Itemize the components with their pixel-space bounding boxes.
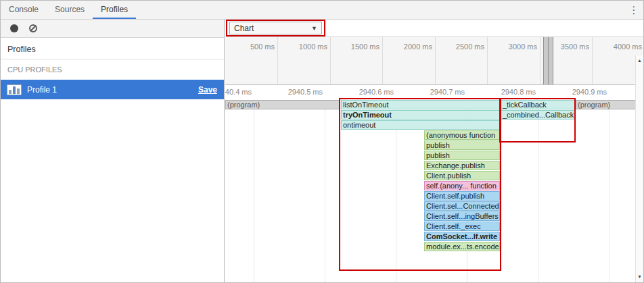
tab-sources[interactable]: Sources [47, 1, 93, 19]
timeline-overview[interactable]: 500 ms1000 ms1500 ms2000 ms2500 ms3000 m… [225, 36, 643, 85]
cpu-profiles-heading: CPU PROFILES [1, 59, 224, 80]
ruler-tick-label: 2940.5 ms [288, 88, 323, 96]
record-icon[interactable] [10, 24, 18, 32]
devtools-window: ConsoleSourcesProfiles ⋮ Profiles CPU PR… [0, 0, 644, 283]
overview-tick-label: 4000 ms [614, 43, 642, 51]
chevron-down-icon: ▼ [311, 25, 317, 32]
tab-strip: ConsoleSourcesProfiles [1, 1, 136, 19]
view-mode-value: Chart [234, 24, 254, 33]
overview-window-handle[interactable] [543, 37, 553, 84]
flame-frame[interactable]: module.ex...ts.encode [424, 242, 500, 251]
tab-profiles[interactable]: Profiles [93, 1, 136, 19]
scroll-down-icon[interactable]: ▼ [636, 273, 643, 281]
ruler-tick-label: 2940.7 ms [430, 88, 465, 96]
save-link[interactable]: Save [198, 85, 217, 95]
flamechart-time-ruler: 2940.4 ms2940.5 ms2940.6 ms2940.7 ms2940… [225, 85, 643, 99]
flamechart-gridline [254, 99, 254, 282]
flamechart-canvas[interactable]: (program)listOnTimeout_tickCallback(prog… [225, 99, 643, 282]
ruler-tick-label: 2940.6 ms [359, 88, 394, 96]
overview-tick-label: 1500 ms [351, 43, 380, 51]
sidebar-item-profile-1[interactable]: Profile 1 Save [1, 80, 224, 99]
flame-frame[interactable]: Client.self._exec [424, 222, 500, 231]
flame-frame[interactable]: (anonymous function [424, 130, 500, 140]
profile-icon [7, 84, 22, 95]
overview-gridline [277, 37, 278, 84]
flamechart-gridline [325, 99, 325, 282]
flame-frame[interactable]: Client.self.publish [424, 191, 500, 201]
clear-icon[interactable] [29, 24, 37, 32]
flame-frame[interactable]: (program) [576, 100, 637, 109]
scroll-up-icon[interactable]: ▲ [636, 57, 643, 65]
overview-tick-label: 500 ms [250, 43, 275, 51]
overview-gridline [487, 37, 488, 84]
flamechart-gridline [538, 99, 538, 282]
flamechart-gridline [609, 99, 610, 282]
profile-chart-panel: Chart ▼ 500 ms1000 ms1500 ms2000 ms2500 … [225, 20, 643, 282]
flame-frame[interactable]: self.(anony... function [424, 181, 500, 190]
vertical-scrollbar[interactable]: ▲ ▼ [635, 55, 643, 282]
flame-frame[interactable]: listOnTimeout [341, 100, 500, 109]
flame-frame[interactable]: tryOnTimeout [341, 110, 500, 120]
overview-tick-label: 3000 ms [509, 43, 537, 51]
overview-gridline [330, 37, 331, 84]
view-mode-select[interactable]: Chart ▼ [229, 22, 322, 34]
overview-gridline [540, 37, 540, 84]
devtools-tabbar: ConsoleSourcesProfiles ⋮ [1, 1, 643, 20]
overview-tick-label: 2000 ms [404, 43, 432, 51]
profiler-toolbar [1, 20, 224, 38]
ruler-tick-label: 2940.8 ms [501, 88, 536, 96]
chart-view-toolbar: Chart ▼ [225, 20, 643, 36]
overflow-menu-icon[interactable]: ⋮ [627, 3, 641, 17]
flame-frame[interactable]: ComSocket...lf.write [424, 232, 500, 241]
overview-gridline [592, 37, 593, 84]
flame-frame[interactable]: publish [424, 140, 500, 150]
overview-tick-label: 3500 ms [561, 43, 589, 51]
ruler-tick-label: 2940.9 ms [572, 88, 607, 96]
flame-frame[interactable]: (program) [225, 100, 340, 109]
overview-tick-label: 1000 ms [299, 43, 327, 51]
flame-frame[interactable]: _tickCallback [501, 100, 575, 109]
tab-console[interactable]: Console [1, 1, 47, 19]
flame-frame[interactable]: ontimeout [341, 120, 500, 130]
flame-frame[interactable]: Exchange.publish [424, 161, 500, 170]
profile-name: Profile 1 [27, 85, 198, 95]
overview-gridline [382, 37, 383, 84]
flame-frame[interactable]: Client.sel...Connected [424, 201, 500, 211]
sidebar-title: Profiles [1, 38, 224, 59]
flame-frame[interactable]: Client.self...ingBuffers [424, 211, 500, 221]
flame-frame[interactable]: Client.publish [424, 171, 500, 180]
flame-frame[interactable]: _combined...Callback [501, 110, 575, 120]
profiles-sidebar: Profiles CPU PROFILES Profile 1 Save [1, 20, 225, 282]
ruler-tick-label: 2940.4 ms [225, 88, 252, 96]
overview-tick-label: 2500 ms [456, 43, 484, 51]
flame-frame[interactable]: publish [424, 151, 500, 160]
overview-gridline [435, 37, 436, 84]
